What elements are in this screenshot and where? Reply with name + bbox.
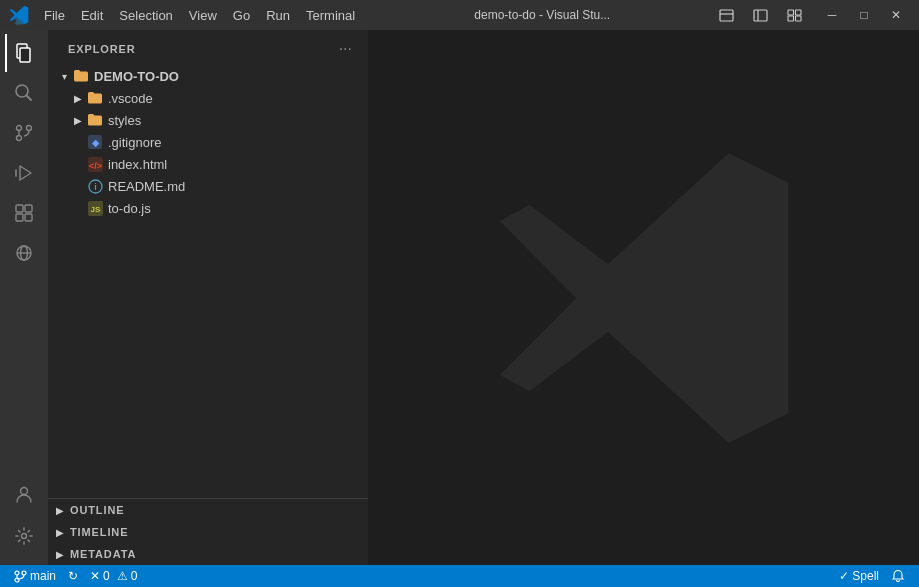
svg-rect-4 bbox=[788, 10, 794, 15]
spell-item[interactable]: ✓ Spell bbox=[833, 565, 885, 587]
svg-text:◆: ◆ bbox=[91, 138, 100, 148]
activity-bar-settings[interactable] bbox=[5, 517, 43, 555]
menu-go[interactable]: Go bbox=[225, 6, 258, 25]
metadata-label: METADATA bbox=[70, 548, 136, 560]
menu-run[interactable]: Run bbox=[258, 6, 298, 25]
svg-line-11 bbox=[27, 96, 32, 101]
sync-item[interactable]: ↻ bbox=[62, 565, 84, 587]
error-icon: ✕ bbox=[90, 569, 100, 583]
layout-icon-1[interactable] bbox=[711, 4, 741, 26]
svg-rect-20 bbox=[25, 214, 32, 221]
tree-item-todo-js[interactable]: ▶ JS to-do.js bbox=[48, 197, 368, 219]
svg-text:i: i bbox=[94, 182, 97, 192]
activity-bar-bottom bbox=[5, 475, 43, 565]
svg-rect-17 bbox=[16, 205, 23, 212]
js-label: to-do.js bbox=[108, 201, 151, 216]
tree-item-styles[interactable]: ▶ styles bbox=[48, 109, 368, 131]
tree-item-gitignore[interactable]: ▶ ◆ .gitignore bbox=[48, 131, 368, 153]
tree-item-readme[interactable]: ▶ i README.md bbox=[48, 175, 368, 197]
svg-text:</>: </> bbox=[88, 160, 101, 170]
styles-folder-label: styles bbox=[108, 113, 141, 128]
timeline-panel[interactable]: ▶ TIMELINE bbox=[48, 521, 368, 543]
readme-label: README.md bbox=[108, 179, 185, 194]
main-layout: EXPLORER ··· ▾ DEMO-TO-DO ▶ .vscode bbox=[0, 30, 919, 565]
vscode-folder-icon bbox=[86, 89, 104, 107]
vscode-folder-label: .vscode bbox=[108, 91, 153, 106]
menu-view[interactable]: View bbox=[181, 6, 225, 25]
styles-chevron-icon: ▶ bbox=[70, 112, 86, 128]
warning-count: 0 bbox=[131, 569, 138, 583]
svg-point-14 bbox=[17, 136, 22, 141]
git-branch-label: main bbox=[30, 569, 56, 583]
activity-bar-run-debug[interactable] bbox=[5, 154, 43, 192]
activity-bar-extensions[interactable] bbox=[5, 194, 43, 232]
file-tree: ▾ DEMO-TO-DO ▶ .vscode ▶ styl bbox=[48, 65, 368, 498]
layout-icon-2[interactable] bbox=[745, 4, 775, 26]
vscode-logo-icon bbox=[8, 4, 30, 26]
styles-folder-icon bbox=[86, 111, 104, 129]
js-file-icon: JS bbox=[86, 199, 104, 217]
warning-icon: ⚠ bbox=[117, 569, 128, 583]
outline-chevron-icon: ▶ bbox=[56, 505, 64, 516]
vscode-watermark-icon bbox=[474, 128, 814, 468]
status-bar: main ↻ ✕ 0 ⚠ 0 ✓ Spell bbox=[0, 565, 919, 587]
outline-panel[interactable]: ▶ OUTLINE bbox=[48, 499, 368, 521]
sidebar: EXPLORER ··· ▾ DEMO-TO-DO ▶ .vscode bbox=[48, 30, 368, 565]
vscode-chevron-icon: ▶ bbox=[70, 90, 86, 106]
svg-rect-19 bbox=[16, 214, 23, 221]
spell-label: Spell bbox=[852, 569, 879, 583]
spell-checkmark-icon: ✓ bbox=[839, 569, 849, 583]
activity-bar-explorer[interactable] bbox=[5, 34, 43, 72]
timeline-chevron-icon: ▶ bbox=[56, 527, 64, 538]
svg-point-12 bbox=[17, 126, 22, 131]
layout-icon-3[interactable] bbox=[779, 4, 809, 26]
tree-item-vscode[interactable]: ▶ .vscode bbox=[48, 87, 368, 109]
outline-label: OUTLINE bbox=[70, 504, 124, 516]
menu-bar: File Edit Selection View Go Run Terminal bbox=[36, 6, 374, 25]
explorer-more-button[interactable]: ··· bbox=[335, 38, 356, 60]
bell-icon bbox=[891, 569, 905, 583]
svg-rect-6 bbox=[788, 16, 794, 21]
tree-item-index-html[interactable]: ▶ </> index.html bbox=[48, 153, 368, 175]
svg-point-25 bbox=[22, 534, 27, 539]
explorer-title: EXPLORER bbox=[68, 43, 136, 55]
window-controls: ─ □ ✕ bbox=[817, 4, 911, 26]
menu-selection[interactable]: Selection bbox=[111, 6, 180, 25]
svg-rect-7 bbox=[795, 16, 801, 21]
tree-root[interactable]: ▾ DEMO-TO-DO bbox=[48, 65, 368, 87]
activity-bar-accounts[interactable] bbox=[5, 475, 43, 513]
window-title: demo-to-do - Visual Stu... bbox=[374, 8, 712, 22]
root-folder-label: DEMO-TO-DO bbox=[94, 69, 179, 84]
svg-point-34 bbox=[15, 571, 19, 575]
notifications-item[interactable] bbox=[885, 565, 911, 587]
gitignore-file-icon: ◆ bbox=[86, 133, 104, 151]
root-chevron-icon: ▾ bbox=[56, 68, 72, 84]
titlebar: File Edit Selection View Go Run Terminal… bbox=[0, 0, 919, 30]
minimize-button[interactable]: ─ bbox=[817, 4, 847, 26]
maximize-button[interactable]: □ bbox=[849, 4, 879, 26]
svg-rect-2 bbox=[754, 10, 767, 21]
menu-edit[interactable]: Edit bbox=[73, 6, 111, 25]
close-button[interactable]: ✕ bbox=[881, 4, 911, 26]
metadata-chevron-icon: ▶ bbox=[56, 549, 64, 560]
activity-bar-search[interactable] bbox=[5, 74, 43, 112]
sync-icon: ↻ bbox=[68, 569, 78, 583]
git-branch-item[interactable]: main bbox=[8, 565, 62, 587]
svg-point-36 bbox=[22, 571, 26, 575]
activity-bar-remote[interactable] bbox=[5, 234, 43, 272]
menu-file[interactable]: File bbox=[36, 6, 73, 25]
metadata-panel[interactable]: ▶ METADATA bbox=[48, 543, 368, 565]
svg-point-24 bbox=[21, 488, 28, 495]
gitignore-label: .gitignore bbox=[108, 135, 161, 150]
editor-area bbox=[368, 30, 919, 565]
activity-bar-source-control[interactable] bbox=[5, 114, 43, 152]
svg-text:JS: JS bbox=[90, 205, 100, 214]
error-count: 0 bbox=[103, 569, 110, 583]
html-label: index.html bbox=[108, 157, 167, 172]
sidebar-panels: ▶ OUTLINE ▶ TIMELINE ▶ METADATA bbox=[48, 498, 368, 565]
svg-rect-18 bbox=[25, 205, 32, 212]
errors-item[interactable]: ✕ 0 ⚠ 0 bbox=[84, 565, 143, 587]
activity-bar bbox=[0, 30, 48, 565]
svg-rect-9 bbox=[20, 48, 30, 62]
menu-terminal[interactable]: Terminal bbox=[298, 6, 363, 25]
